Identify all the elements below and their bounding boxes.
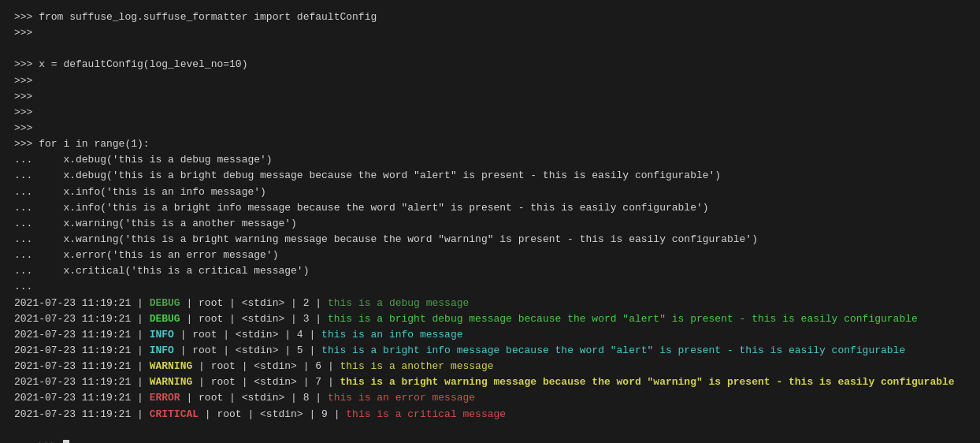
log-line: 2021-07-23 11:19:21 | WARNING | root | <…: [14, 374, 966, 390]
code-line: ... x.error('this is an error message'): [14, 248, 966, 263]
code-line: [14, 41, 966, 57]
log-line: 2021-07-23 11:19:21 | DEBUG | root | <st…: [14, 311, 966, 327]
code-line: >>> x = defaultConfig(log_level_no=10): [14, 57, 966, 73]
code-line: ... x.info('this is a bright info messag…: [14, 200, 966, 216]
cursor: [63, 440, 69, 443]
log-line: 2021-07-23 11:19:21 | INFO | root | <std…: [14, 327, 966, 343]
code-line: ...: [14, 279, 966, 295]
code-line: >>>: [14, 89, 966, 105]
log-line: 2021-07-23 11:19:21 | DEBUG | root | <st…: [14, 296, 966, 311]
log-line: 2021-07-23 11:19:21 | CRITICAL | root | …: [14, 407, 966, 423]
code-line: ... x.info('this is an info message'): [14, 184, 966, 200]
final-prompt-text: >>>: [39, 440, 63, 443]
code-line: ... x.debug('this is a bright debug mess…: [14, 168, 966, 184]
log-lines: 2021-07-23 11:19:21 | DEBUG | root | <st…: [14, 296, 966, 423]
log-line: 2021-07-23 11:19:21 | ERROR | root | <st…: [14, 390, 966, 406]
code-line: >>>: [14, 25, 966, 41]
terminal: >>> from suffuse_log.suffuse_formatter i…: [8, 6, 972, 443]
log-line: 2021-07-23 11:19:21 | INFO | root | <std…: [14, 343, 966, 359]
code-line: >>>: [14, 73, 966, 89]
code-line: >>>: [14, 121, 966, 136]
code-line: ... x.critical('this is a critical messa…: [14, 263, 966, 279]
code-line: >>> from suffuse_log.suffuse_formatter i…: [14, 9, 966, 25]
code-line: ... x.warning('this is a another message…: [14, 216, 966, 232]
code-line: >>> for i in range(1):: [14, 136, 966, 152]
code-lines: >>> from suffuse_log.suffuse_formatter i…: [14, 9, 966, 296]
code-line: >>>: [14, 105, 966, 121]
log-line: 2021-07-23 11:19:21 | WARNING | root | <…: [14, 359, 966, 374]
code-line: ... x.debug('this is a debug message'): [14, 152, 966, 168]
final-prompt-line: >>>: [14, 423, 966, 443]
code-line: ... x.warning('this is a bright warning …: [14, 232, 966, 248]
